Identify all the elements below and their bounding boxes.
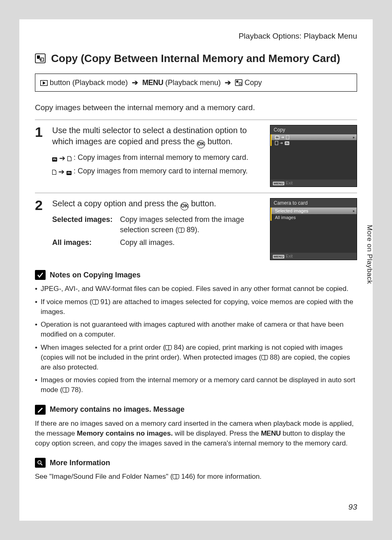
more-info-title: More Information xyxy=(50,459,110,467)
ok-button-icon: OK xyxy=(197,140,205,148)
page-title: Copy (Copy Between Internal Memory and M… xyxy=(35,52,357,66)
page-ref-icon xyxy=(92,300,99,305)
svg-rect-1 xyxy=(37,55,40,59)
notes-title: Notes on Copying Images xyxy=(50,271,141,279)
manual-page: Playback Options: Playback Menu Copy (Co… xyxy=(19,19,373,521)
menu-btn-label: MENU xyxy=(273,255,284,258)
lcd1-row-2: ➔IN xyxy=(270,140,357,146)
more-info-section: More Information See "Image/Sound File a… xyxy=(35,458,357,482)
notes-section: Notes on Copying Images JPEG-, AVI-, and… xyxy=(35,270,357,395)
pencil-note-icon xyxy=(35,405,46,415)
lcd2-footer: MENUExit xyxy=(270,253,357,260)
memory-msg-title: Memory contains no images. Message xyxy=(50,405,184,414)
nav-part1: button (Playback mode) xyxy=(50,78,128,87)
menu-word: MENU xyxy=(261,429,281,437)
step-1: 1 Use the multi selector to select a des… xyxy=(35,125,357,187)
page-ref-icon xyxy=(178,228,184,233)
intro-text: Copy images between the internal memory … xyxy=(35,103,357,112)
arrow-icon: ➔ xyxy=(132,78,138,87)
separator xyxy=(35,193,357,193)
lcd1-row-selected: IN➔ xyxy=(270,134,357,140)
copy-title-icon xyxy=(35,53,46,66)
step-number: 2 xyxy=(35,198,52,260)
page-ref-icon xyxy=(165,345,172,350)
option-selected-images: Selected images: Copy images selected fr… xyxy=(52,215,264,235)
title-text: Copy (Copy Between Internal Memory and M… xyxy=(51,52,340,65)
step1-instruction: Use the multi selector to select a desti… xyxy=(52,125,264,148)
lcd2-row-2: All images xyxy=(270,214,357,221)
step1-sub1: IN ➔ : Copy images from internal memory … xyxy=(52,152,264,164)
playback-button-icon xyxy=(40,78,50,87)
page-ref-icon xyxy=(62,388,69,392)
memory-message-section: Memory contains no images. Message If th… xyxy=(35,405,357,448)
note-item: Operation is not guaranteed with images … xyxy=(41,320,357,339)
section-header: Playback Options: Playback Menu xyxy=(35,32,357,41)
step2-instruction: Select a copy option and press the OK bu… xyxy=(52,198,264,210)
lcd-screenshot-2: Camera to card Selected images All image… xyxy=(270,198,357,260)
nav-part3: Copy xyxy=(244,78,262,87)
lcd2-title: Camera to card xyxy=(270,198,357,208)
lcd2-row-selected: Selected images xyxy=(270,208,357,214)
caution-check-icon xyxy=(35,270,46,280)
step1-sub2: ➔ IN : Copy images from memory card to i… xyxy=(52,166,264,177)
note-item: If voice memos ( 91) are attached to ima… xyxy=(41,297,357,317)
step-number: 1 xyxy=(35,125,52,187)
lcd-screenshot-1: Copy IN➔ ➔IN MENUExit xyxy=(270,125,357,187)
ok-button-icon: OK xyxy=(180,202,189,210)
page-ref-icon xyxy=(173,474,179,479)
internal-to-card-icon: IN ➔ xyxy=(52,152,74,164)
nav-part2: (Playback menu) xyxy=(165,78,221,87)
info-search-icon xyxy=(35,458,46,468)
page-ref-icon xyxy=(261,355,268,360)
card-to-internal-icon: ➔ IN xyxy=(52,166,74,177)
note-item: Images or movies copied from the interna… xyxy=(41,375,357,395)
menu-word: MENU xyxy=(142,78,163,87)
note-item: When images selected for a print order (… xyxy=(41,343,357,372)
step-2: 2 Select a copy option and press the OK … xyxy=(35,198,357,260)
arrow-icon: ➔ xyxy=(225,78,231,87)
svg-rect-6 xyxy=(239,83,241,85)
side-section-label: More on Playback xyxy=(365,225,374,284)
lcd1-footer: MENUExit xyxy=(270,180,357,187)
memory-msg-text: If there are no images saved on a memory… xyxy=(35,419,357,448)
option-all-images: All images: Copy all images. xyxy=(52,238,264,248)
page-number: 93 xyxy=(348,503,357,512)
notes-list: JPEG-, AVI-, and WAV-format files can be… xyxy=(35,284,357,395)
lcd1-title: Copy xyxy=(270,125,357,134)
menu-btn-label: MENU xyxy=(273,182,284,185)
svg-rect-5 xyxy=(236,81,238,83)
more-info-text: See "Image/Sound File and Folder Names" … xyxy=(35,472,357,482)
copy-nav-icon xyxy=(235,78,244,87)
note-item: JPEG-, AVI-, and WAV-format files can be… xyxy=(41,284,357,294)
side-tab xyxy=(373,200,380,295)
svg-point-7 xyxy=(38,461,41,464)
breadcrumb-nav: button (Playback mode) ➔ MENU (Playback … xyxy=(35,74,357,92)
separator xyxy=(35,120,357,120)
